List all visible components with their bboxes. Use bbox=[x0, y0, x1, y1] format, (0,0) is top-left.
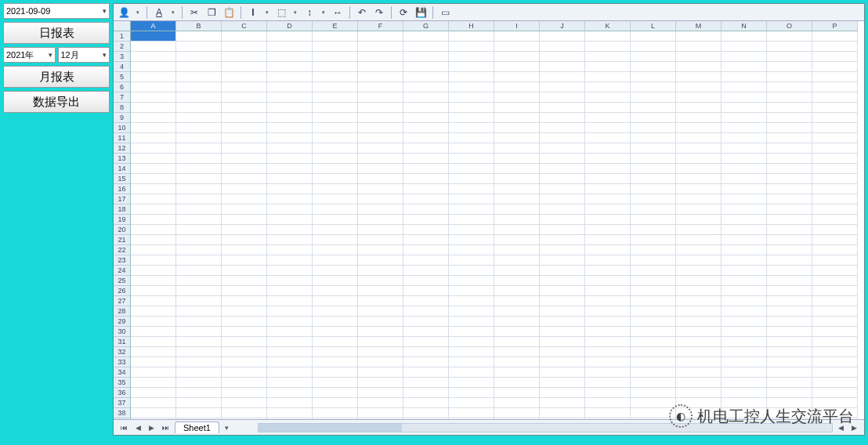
cell[interactable] bbox=[449, 317, 494, 327]
cell[interactable] bbox=[812, 337, 858, 347]
cell[interactable] bbox=[812, 204, 858, 215]
cell[interactable] bbox=[676, 367, 722, 378]
cell[interactable] bbox=[722, 327, 767, 337]
cell[interactable] bbox=[358, 143, 403, 154]
cell[interactable] bbox=[722, 72, 767, 82]
cell[interactable] bbox=[676, 113, 722, 123]
cell[interactable] bbox=[449, 255, 494, 266]
cell[interactable] bbox=[585, 286, 631, 296]
cell[interactable] bbox=[313, 113, 358, 123]
cell[interactable] bbox=[403, 92, 449, 103]
cell[interactable] bbox=[267, 357, 313, 367]
cell[interactable] bbox=[267, 184, 313, 194]
cell[interactable] bbox=[494, 327, 540, 337]
cell[interactable] bbox=[449, 327, 494, 337]
scroll-right-icon[interactable]: ▶ bbox=[849, 424, 859, 432]
cell[interactable] bbox=[222, 337, 267, 347]
cell[interactable] bbox=[358, 327, 403, 337]
cell[interactable] bbox=[812, 72, 858, 82]
cell[interactable] bbox=[767, 204, 812, 215]
cell[interactable] bbox=[358, 286, 403, 296]
cell[interactable] bbox=[313, 276, 358, 286]
cell[interactable] bbox=[313, 164, 358, 174]
cell[interactable] bbox=[812, 215, 858, 225]
cell[interactable] bbox=[767, 388, 812, 398]
cell[interactable] bbox=[767, 143, 812, 154]
cell[interactable] bbox=[176, 215, 222, 225]
cell[interactable] bbox=[722, 408, 767, 418]
cell[interactable] bbox=[313, 296, 358, 306]
cell[interactable] bbox=[540, 367, 585, 378]
cell[interactable] bbox=[313, 388, 358, 398]
cell[interactable] bbox=[676, 286, 722, 296]
cell[interactable] bbox=[585, 31, 631, 42]
cell[interactable] bbox=[631, 418, 676, 419]
row-header[interactable]: 37 bbox=[114, 398, 131, 408]
cell[interactable] bbox=[540, 317, 585, 327]
cell[interactable] bbox=[267, 174, 313, 184]
cell[interactable] bbox=[631, 266, 676, 276]
cell[interactable] bbox=[176, 123, 222, 133]
cell[interactable] bbox=[585, 337, 631, 347]
cell[interactable] bbox=[540, 143, 585, 154]
cell[interactable] bbox=[585, 82, 631, 92]
cell[interactable] bbox=[313, 82, 358, 92]
cell[interactable] bbox=[585, 62, 631, 72]
cell[interactable] bbox=[358, 31, 403, 42]
cell[interactable] bbox=[631, 154, 676, 164]
cell[interactable] bbox=[722, 378, 767, 388]
cell[interactable] bbox=[494, 286, 540, 296]
cell[interactable] bbox=[676, 133, 722, 143]
cell[interactable] bbox=[358, 347, 403, 357]
cell[interactable] bbox=[131, 296, 176, 306]
cell[interactable] bbox=[449, 174, 494, 184]
cell[interactable] bbox=[676, 225, 722, 235]
cell[interactable] bbox=[494, 398, 540, 408]
cell[interactable] bbox=[403, 215, 449, 225]
cell[interactable] bbox=[494, 123, 540, 133]
export-button[interactable]: 数据导出 bbox=[3, 91, 110, 113]
cell[interactable] bbox=[722, 194, 767, 204]
cell[interactable] bbox=[403, 296, 449, 306]
cell[interactable] bbox=[631, 367, 676, 378]
row-header[interactable]: 26 bbox=[114, 286, 131, 296]
row-header[interactable]: 19 bbox=[114, 215, 131, 225]
cell[interactable] bbox=[494, 42, 540, 52]
cell[interactable] bbox=[131, 52, 176, 62]
cell[interactable] bbox=[358, 194, 403, 204]
cell[interactable] bbox=[131, 133, 176, 143]
cell[interactable] bbox=[767, 347, 812, 357]
cell[interactable] bbox=[222, 133, 267, 143]
cell[interactable] bbox=[722, 143, 767, 154]
cell[interactable] bbox=[767, 62, 812, 72]
cell[interactable] bbox=[222, 204, 267, 215]
cell[interactable] bbox=[222, 235, 267, 245]
cell[interactable] bbox=[585, 367, 631, 378]
cell[interactable] bbox=[358, 123, 403, 133]
cell[interactable] bbox=[585, 194, 631, 204]
cell[interactable] bbox=[267, 347, 313, 357]
cell[interactable] bbox=[631, 42, 676, 52]
cell[interactable] bbox=[540, 418, 585, 419]
cell[interactable] bbox=[494, 367, 540, 378]
cell[interactable] bbox=[222, 367, 267, 378]
cell[interactable] bbox=[176, 194, 222, 204]
cell[interactable] bbox=[222, 317, 267, 327]
cell[interactable] bbox=[313, 154, 358, 164]
row-header[interactable]: 36 bbox=[114, 388, 131, 398]
cell[interactable] bbox=[403, 367, 449, 378]
cell[interactable] bbox=[131, 164, 176, 174]
cell[interactable] bbox=[267, 408, 313, 418]
cell[interactable] bbox=[767, 123, 812, 133]
cell[interactable] bbox=[722, 225, 767, 235]
cell[interactable] bbox=[131, 317, 176, 327]
cell[interactable] bbox=[676, 337, 722, 347]
cell[interactable] bbox=[767, 235, 812, 245]
cell[interactable] bbox=[131, 347, 176, 357]
cell[interactable] bbox=[131, 367, 176, 378]
cell[interactable] bbox=[494, 418, 540, 419]
row-header[interactable]: 6 bbox=[114, 82, 131, 92]
cell[interactable] bbox=[176, 225, 222, 235]
column-header[interactable]: O bbox=[767, 21, 812, 31]
cell[interactable] bbox=[222, 378, 267, 388]
